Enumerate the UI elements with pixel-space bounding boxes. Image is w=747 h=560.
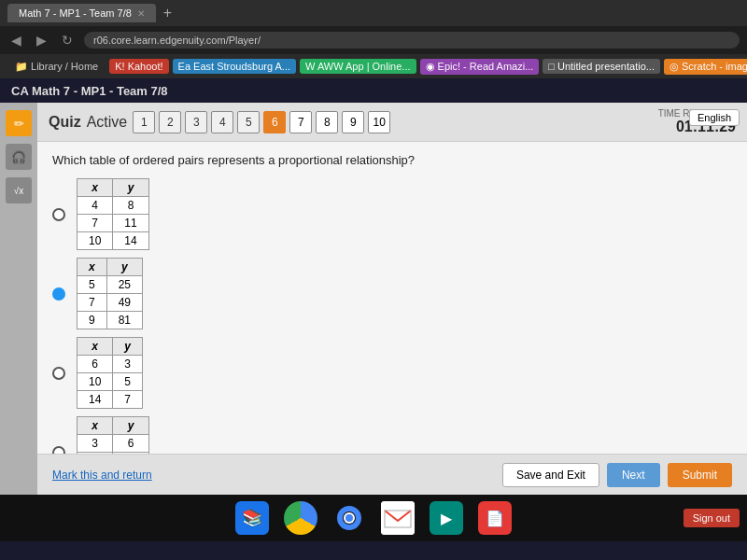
q-num-5[interactable]: 5 [237, 111, 260, 133]
main-area: ✏ 🎧 √x Quiz Active 1 2 3 4 5 6 7 8 9 1 [0, 103, 747, 495]
bookmark-aww[interactable]: W AWW App | Online... [300, 59, 416, 74]
quiz-top-left: Quiz Active 1 2 3 4 5 6 7 8 9 10 [49, 111, 390, 133]
radio-b[interactable] [52, 287, 65, 301]
option-b: x y 525 749 981 [52, 258, 732, 329]
q-num-7[interactable]: 7 [289, 111, 312, 133]
bookmark-scratch[interactable]: ◎ Scratch - imagine... [664, 59, 747, 75]
page-title-bar: CA Math 7 - MP1 - Team 7/8 [0, 78, 747, 103]
question-text: Which table of ordered pairs represents … [52, 153, 732, 167]
bookmark-untitled[interactable]: □ Untitled presentatio... [543, 59, 660, 74]
q-num-2[interactable]: 2 [159, 111, 181, 133]
taskbar: 📚 ▶ 📄 Sign out [0, 495, 747, 541]
q-num-10[interactable]: 10 [368, 111, 390, 133]
quiz-status: Active [87, 114, 128, 131]
table-row: 48 [78, 197, 149, 215]
bookmark-scratch-label: ◎ Scratch - imagine... [669, 61, 747, 73]
radio-c[interactable] [52, 367, 65, 380]
tab-title: Math 7 - MP1 - Team 7/8 [19, 7, 132, 19]
bookmark-kahoot-label: K! Kahoot! [115, 61, 162, 72]
english-button[interactable]: English [689, 109, 740, 126]
browser-tab-bar: Math 7 - MP1 - Team 7/8 ✕ + [0, 0, 747, 26]
save-exit-button[interactable]: Save and Exit [502, 463, 599, 487]
forward-button[interactable]: ▶ [33, 31, 50, 49]
next-button[interactable]: Next [607, 463, 660, 487]
taskbar-chrome-icon[interactable] [332, 501, 366, 535]
tab-close-icon[interactable]: ✕ [137, 8, 145, 19]
bookmark-untitled-label: □ Untitled presentatio... [548, 61, 655, 72]
url-input[interactable]: r06.core.learn.edgenuity.com/Player/ [84, 32, 740, 49]
table-b-header-y: y [106, 259, 142, 276]
table-c-header-y: y [113, 338, 143, 356]
bookmark-east[interactable]: Ea East Stroudsburg A... [173, 59, 296, 74]
table-c-header-x: x [78, 338, 113, 356]
table-row: 36 [78, 435, 149, 453]
taskbar-gmail-icon[interactable] [381, 501, 415, 535]
quiz-label: Quiz [49, 114, 81, 131]
table-row: 63 [78, 356, 143, 373]
table-row: 105 [78, 373, 143, 391]
table-b-header-x: x [78, 259, 107, 276]
table-row: 1014 [78, 232, 149, 250]
svg-point-2 [345, 514, 353, 522]
sign-out-button[interactable]: Sign out [684, 509, 740, 527]
content-panel: Quiz Active 1 2 3 4 5 6 7 8 9 10 TIME RE… [37, 103, 747, 495]
address-bar: ◀ ▶ ↻ r06.core.learn.edgenuity.com/Playe… [0, 26, 747, 54]
table-a-header-x: x [78, 179, 113, 197]
taskbar-meet-icon[interactable]: ▶ [430, 501, 463, 535]
bottom-toolbar: Mark this and return Save and Exit Next … [37, 454, 747, 495]
table-row: 749 [78, 294, 143, 312]
table-b: x y 525 749 981 [77, 258, 143, 329]
q-num-6[interactable]: 6 [263, 111, 286, 133]
table-d-header-x: x [78, 417, 113, 435]
table-a-header-y: y [113, 179, 148, 197]
table-row: 147 [78, 391, 143, 409]
q-num-1[interactable]: 1 [133, 111, 155, 133]
q-num-3[interactable]: 3 [185, 111, 207, 133]
bookmark-epic[interactable]: ◉ Epic! - Read Amazi... [420, 59, 540, 75]
table-row: 711 [78, 215, 149, 232]
bookmark-library[interactable]: 📁 Library / Home [7, 59, 106, 75]
refresh-button[interactable]: ↻ [58, 31, 77, 49]
table-row: 525 [78, 276, 143, 294]
table-d-header-y: y [113, 417, 148, 435]
bookmark-aww-label: W AWW App | Online... [305, 61, 410, 72]
q-num-4[interactable]: 4 [211, 111, 233, 133]
action-buttons: Save and Exit Next Submit [502, 463, 732, 487]
headphones-icon[interactable]: 🎧 [6, 144, 32, 170]
bookmark-east-label: Ea East Stroudsburg A... [178, 61, 290, 72]
answer-options: x y 48 711 1014 [52, 178, 732, 488]
question-area: Which table of ordered pairs represents … [37, 142, 747, 499]
q-num-8[interactable]: 8 [316, 111, 338, 133]
table-c: x y 63 105 147 [77, 337, 143, 409]
page-title: CA Math 7 - MP1 - Team 7/8 [11, 84, 168, 98]
submit-button[interactable]: Submit [668, 463, 732, 487]
option-a: x y 48 711 1014 [52, 178, 732, 250]
active-tab[interactable]: Math 7 - MP1 - Team 7/8 ✕ [7, 4, 156, 22]
taskbar-classroom-icon[interactable]: 📚 [235, 501, 269, 535]
option-c: x y 63 105 147 [52, 337, 732, 409]
table-row: 981 [78, 312, 143, 329]
quiz-top-bar: Quiz Active 1 2 3 4 5 6 7 8 9 10 TIME RE… [37, 103, 747, 142]
q-num-9[interactable]: 9 [342, 111, 364, 133]
radio-a[interactable] [52, 208, 65, 221]
formula-icon[interactable]: √x [6, 177, 32, 203]
new-tab-button[interactable]: + [163, 5, 172, 21]
bookmark-library-label: 📁 Library / Home [15, 61, 98, 73]
sidebar-icons: ✏ 🎧 √x [0, 103, 37, 495]
mark-return-link[interactable]: Mark this and return [52, 469, 152, 482]
svg-rect-3 [381, 501, 415, 535]
taskbar-drive-icon[interactable] [284, 501, 317, 535]
table-a: x y 48 711 1014 [77, 178, 149, 250]
pencil-icon[interactable]: ✏ [6, 110, 32, 136]
taskbar-docs-icon[interactable]: 📄 [478, 501, 512, 535]
back-button[interactable]: ◀ [7, 31, 25, 49]
bookmarks-bar: 📁 Library / Home K! Kahoot! Ea East Stro… [0, 54, 747, 78]
question-numbers: 1 2 3 4 5 6 7 8 9 10 [133, 111, 390, 133]
bookmark-epic-label: ◉ Epic! - Read Amazi... [426, 61, 534, 73]
bookmark-kahoot[interactable]: K! Kahoot! [109, 59, 168, 74]
